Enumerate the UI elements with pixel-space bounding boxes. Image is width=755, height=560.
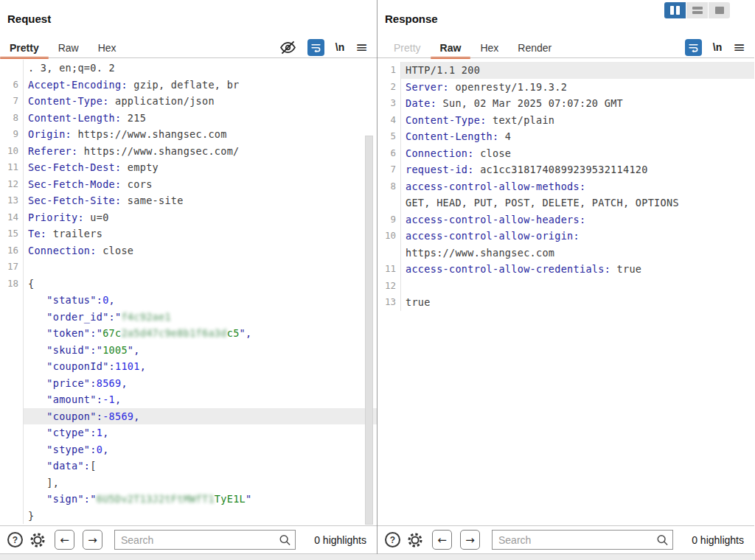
line-content [24, 259, 377, 276]
tab-hex[interactable]: Hex [88, 39, 126, 57]
line-content: "order_id":"f4c92ae1 [24, 309, 377, 326]
editor-line: "sign":"6U5Dv2T13J2tFtMWfT1TyE1L" [0, 491, 377, 508]
settings-gear-icon[interactable] [29, 531, 46, 549]
line-number [0, 375, 24, 392]
line-number [0, 325, 24, 342]
editor-line: 12 [378, 278, 754, 295]
editor-line: 6Connection: close [378, 145, 754, 162]
line-content: "stype":0, [24, 441, 377, 458]
response-tabs: PrettyRawHexRender [384, 39, 561, 57]
line-content: access-control-allow-credentials: true [401, 261, 754, 278]
line-number: 7 [378, 161, 401, 178]
response-panel: Response \n ≡ PrettyRawHexRender 1HTTP/1… [378, 0, 754, 560]
line-number [0, 491, 24, 508]
line-number [0, 508, 24, 525]
tab-render[interactable]: Render [508, 39, 561, 57]
editor-line: 9access-control-allow-headers: [378, 211, 754, 228]
request-search-bar: ? ← → 0 highlights [0, 525, 377, 554]
word-wrap-icon [688, 42, 699, 53]
editor-line: 10Referer: https://www.shangsec.com/ [0, 143, 377, 160]
request-tabs: PrettyRawHex [0, 39, 126, 57]
editor-line: 8Content-Length: 215 [0, 110, 377, 127]
editor-line: ], [0, 475, 377, 491]
line-number [0, 408, 24, 425]
line-content: "data":[ [24, 458, 377, 475]
line-content: "coupon":-8569, [24, 408, 377, 425]
editor-line: "amount":-1, [0, 391, 377, 408]
line-number: 14 [0, 209, 24, 226]
word-wrap-button[interactable] [307, 39, 324, 56]
search-next-button[interactable]: → [83, 530, 102, 550]
search-next-button[interactable]: → [460, 530, 480, 550]
line-content: Connection: close [24, 242, 377, 259]
settings-gear-icon[interactable] [406, 531, 424, 549]
layout-split-rows-button[interactable] [686, 2, 708, 18]
tab-pretty[interactable]: Pretty [0, 39, 49, 57]
line-number: 4 [378, 112, 401, 129]
line-content: "couponId":1101, [24, 358, 377, 375]
line-number: 6 [378, 145, 401, 162]
line-content: "sign":"6U5Dv2T13J2tFtMWfT1TyE1L" [24, 491, 377, 508]
response-editor[interactable]: 1HTTP/1.1 2002Server: openresty/1.19.3.2… [378, 58, 754, 525]
editor-line: 11access-control-allow-credentials: true [378, 261, 754, 278]
search-prev-button[interactable]: ← [432, 530, 452, 550]
line-number: 11 [0, 159, 24, 176]
request-scrollbar[interactable] [365, 58, 373, 525]
newline-chars-toggle[interactable]: \n [335, 41, 344, 53]
layout-split-columns-button[interactable] [664, 2, 686, 18]
line-number [0, 458, 24, 475]
request-panel-title: Request [7, 13, 51, 25]
line-content: Sec-Fetch-Site: same-site [24, 192, 377, 209]
line-number: 10 [378, 228, 401, 245]
request-editor[interactable]: . 3, en;q=0. 26Accept-Encoding: gzip, de… [0, 58, 377, 525]
line-number [0, 60, 24, 77]
editor-line: 10access-control-allow-origin: [378, 228, 754, 245]
tab-hex[interactable]: Hex [470, 39, 508, 57]
search-prev-button[interactable]: ← [55, 530, 74, 550]
editor-line: . 3, en;q=0. 2 [0, 60, 377, 77]
tab-raw[interactable]: Raw [431, 39, 471, 57]
help-icon[interactable]: ? [7, 532, 23, 547]
line-content: } [24, 508, 377, 525]
request-editor-toolbar: \n ≡ [279, 38, 368, 57]
line-number [0, 441, 24, 458]
hide-highlights-eye-icon[interactable] [279, 41, 296, 55]
line-content: true [401, 294, 754, 311]
line-number [0, 391, 24, 408]
editor-line: "skuid":"1005", [0, 342, 377, 359]
line-number: 12 [378, 278, 401, 295]
word-wrap-button[interactable] [685, 39, 702, 56]
newline-chars-toggle[interactable]: \n [713, 41, 722, 53]
line-content: "ctype":1, [24, 424, 377, 441]
tab-raw[interactable]: Raw [49, 39, 88, 57]
line-content: Sec-Fetch-Mode: cors [24, 176, 377, 193]
line-content: Accept-Encoding: gzip, deflate, br [24, 77, 377, 94]
editor-line: 5Content-Length: 4 [378, 128, 754, 145]
request-scrollbar-thumb[interactable] [365, 136, 373, 525]
layout-single-view-button[interactable] [709, 2, 730, 18]
line-number: 11 [378, 261, 401, 278]
line-number: 8 [378, 178, 401, 195]
line-number [0, 342, 24, 359]
line-content: "price":8569, [24, 375, 377, 392]
editor-menu-icon[interactable]: ≡ [355, 40, 368, 55]
response-search-input[interactable] [492, 530, 673, 550]
editor-line: 1HTTP/1.1 200 [378, 62, 754, 79]
line-number [0, 309, 24, 326]
line-number: 1 [378, 62, 401, 79]
editor-line: "coupon":-8569, [0, 408, 377, 425]
line-number: 15 [0, 225, 24, 242]
tab-pretty[interactable]: Pretty [384, 39, 431, 57]
editor-menu-icon[interactable]: ≡ [733, 40, 745, 55]
line-number: 13 [0, 192, 24, 209]
request-search-input[interactable] [114, 530, 296, 550]
editor-line: "ctype":1, [0, 424, 377, 441]
editor-line: 11Sec-Fetch-Dest: empty [0, 159, 377, 176]
line-number: 16 [0, 242, 24, 259]
editor-line: "status":0, [0, 292, 377, 309]
view-layout-toggle [664, 2, 730, 18]
line-content: https://www.shangsec.com [401, 245, 754, 262]
editor-line: 17 [0, 259, 377, 276]
help-icon[interactable]: ? [385, 532, 400, 547]
editor-line: "couponId":1101, [0, 358, 377, 375]
